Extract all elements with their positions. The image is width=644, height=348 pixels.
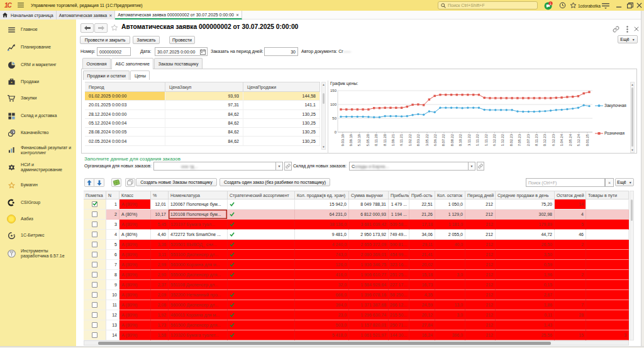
sidebar-item-menu[interactable]: Главное [0, 25, 76, 35]
prices-table-row[interactable]: 05.12.2024 0:00:0484,62130,25 [85, 119, 320, 128]
window-tab-1[interactable]: Автоматическая заявка✕ [57, 11, 116, 20]
sidebar-item-devtools[interactable]: Инструменты разработчика 6.57.1е [0, 248, 76, 259]
sidebar-item-purchases[interactable]: Закупки [0, 94, 76, 104]
main-col-14[interactable]: Товары в пути [586, 191, 629, 199]
get-link-icon[interactable] [613, 26, 619, 33]
current-user[interactable]: 1cdorabotka [578, 4, 601, 8]
cell-mark[interactable] [84, 240, 106, 250]
close-window-icon[interactable] [635, 1, 643, 10]
sidebar-item-gear[interactable]: НСИ и администрирование [0, 162, 76, 172]
prices-table-row[interactable]: 02.05.2024 0:00:0484,62130,25 [85, 137, 320, 145]
chart-scrollbar[interactable]: ▲ ▼ [630, 82, 635, 153]
org-dropdown-icon[interactable]: ▼ [276, 162, 283, 171]
main-table-hscrollbar[interactable] [84, 340, 629, 345]
cell-mark[interactable] [84, 270, 106, 280]
sidebar-item-aabiz[interactable]: Аабиз [0, 214, 76, 224]
move-down-icon[interactable] [94, 178, 104, 187]
main-table-row[interactable]: 12А (80%)1,92460011 Корзина для м...23,0… [84, 310, 629, 320]
sidebar-item-warehouse[interactable]: Склад и доставка [0, 111, 76, 121]
main-col-3[interactable]: % [151, 191, 169, 199]
tab-supplier-orders[interactable]: Заказы поставщику [154, 58, 203, 69]
main-col-4[interactable]: Номенклатура [169, 191, 228, 199]
sidebar-item-bitrix[interactable]: 1С-Битрикс [0, 230, 76, 240]
main-col-9[interactable]: Приб-ость [409, 191, 435, 199]
main-table-row[interactable]: 4А (80%)4,40472272 Tork SmartOne ...9 48… [84, 230, 629, 240]
post-and-close-button[interactable]: Провести и закрыть [80, 36, 130, 44]
cell-mark[interactable] [84, 250, 106, 260]
sidebar-item-planning[interactable]: Планирование [0, 43, 76, 53]
restore-icon[interactable] [625, 1, 635, 10]
history-icon[interactable] [557, 1, 567, 10]
col-price-sell[interactable]: ЦенаПродажи [243, 82, 320, 91]
main-table-row[interactable]: 2А (80%)10,17120108 Полотенце бум...64 2… [84, 210, 629, 220]
prices-table-row[interactable]: 20.01.2025 0:00:0397,31141,1 [85, 101, 320, 109]
cell-mark[interactable] [84, 280, 106, 290]
global-search-input[interactable]: Поиск Ctrl+Shift+F [438, 1, 538, 9]
date-input[interactable]: 30.07.2025 0:00:00 [155, 47, 208, 56]
main-col-13[interactable]: Остаток дней [555, 191, 586, 199]
prices-table-row[interactable]: 28.08.2024 0:00:0584,62130,25 [85, 128, 320, 137]
cell-mark[interactable] [84, 260, 106, 270]
cell-mark[interactable] [84, 199, 106, 210]
create-single-order-button[interactable]: Создать один заказ (без разбивки по пост… [219, 178, 330, 186]
copy-icon[interactable] [125, 178, 135, 187]
warehouse-input[interactable]: Склады и Барна... [349, 162, 469, 171]
subtab-sales-stock[interactable]: Продажи и остатки [83, 70, 130, 80]
cell-mark[interactable] [84, 320, 106, 330]
cell-mark[interactable] [84, 230, 106, 240]
main-col-8[interactable]: Прибыль [389, 191, 409, 199]
number-input[interactable]: 000000002 [97, 47, 131, 56]
sidebar-item-crm[interactable]: CRM и маркетинг [0, 60, 76, 70]
subtab-prices[interactable]: Цены [130, 70, 150, 80]
tab-close-icon[interactable]: ✕ [109, 13, 112, 18]
main-table-vscrollbar[interactable] [630, 191, 634, 340]
main-col-7[interactable]: Сумма выручки [349, 191, 389, 199]
sidebar-item-csigroup[interactable]: CSIGroup [0, 198, 76, 208]
forward-button[interactable] [94, 23, 108, 33]
prices-table-row[interactable]: 01.02.2025 0:00:0093,93144,58 [85, 92, 320, 101]
main-table-row[interactable]: 1А (80%)12,01120067 Полотенце бум...15 9… [84, 199, 629, 210]
minimize-icon[interactable] [614, 1, 624, 10]
create-orders-button[interactable]: Создать новые Заказы поставщику [136, 178, 217, 186]
table-more-button[interactable]: Ещё▼ [615, 178, 634, 186]
main-col-2[interactable]: Класс [119, 191, 151, 199]
service-menu-icon[interactable] [601, 1, 611, 10]
main-table-row[interactable]: 6А (80%)3,11553100 Диспенсер дл...743,02… [84, 250, 629, 260]
prices-table-scrollbar[interactable]: ▲ ▼ [321, 82, 326, 150]
tab-abc-fill[interactable]: АБС заполнение [111, 58, 153, 69]
cell-mark[interactable] [84, 310, 106, 320]
panel-splitter[interactable] [328, 81, 328, 154]
main-table-row[interactable]: 3А (80%)5,45120197 Бумага туал...38 136,… [84, 220, 629, 230]
main-table-row[interactable]: 9А (80%)2,37551108 Диспенсер дл...32,01 … [84, 280, 629, 290]
col-period[interactable]: Период [85, 82, 165, 91]
favorites-star-icon[interactable] [568, 1, 578, 10]
tab-close-icon[interactable]: ✕ [236, 13, 239, 17]
main-col-12[interactable]: Средние продажи в день [496, 191, 555, 199]
warehouse-open-link-icon[interactable] [477, 162, 484, 171]
main-col-10[interactable]: Кол. остаток [435, 191, 465, 199]
main-col-6[interactable]: Кол. продаж(в ед. хран) [295, 191, 349, 199]
main-col-5[interactable]: Стратегический ассортимент [228, 191, 295, 199]
clear-search-icon[interactable]: × [605, 178, 614, 187]
cell-mark[interactable] [84, 290, 106, 300]
calendar-icon[interactable] [200, 49, 206, 55]
post-button[interactable]: Провести [169, 36, 195, 44]
main-table-row[interactable]: 11А (80%)2,06560000 Диспенсер дл...394,0… [84, 300, 629, 310]
more-menu-dots-icon[interactable] [626, 26, 628, 33]
cell-mark[interactable] [84, 220, 106, 230]
table-search-input[interactable]: Поиск (Ctrl+F) [526, 178, 605, 187]
main-table-row[interactable]: 14А (80%)1,58120320 Бумага туалет...5 41… [84, 330, 629, 340]
cell-mark[interactable] [84, 210, 106, 220]
sidebar-item-finance[interactable]: Финансовый результат и контроллинг [0, 145, 76, 155]
tab-main[interactable]: Основная [82, 58, 111, 69]
back-button[interactable] [80, 23, 94, 33]
close-form-icon[interactable] [634, 26, 639, 31]
order-period-input[interactable]: 30 [264, 47, 298, 56]
window-tab-0[interactable]: Начальная страница [0, 11, 57, 20]
window-tab-2[interactable]: Автоматическая заявка 000000002 от 30.07… [115, 11, 242, 20]
main-table-row[interactable]: 8А (80%)2,90555000 Диспенсер для...416,0… [84, 270, 629, 280]
main-menu-icon[interactable] [18, 3, 24, 8]
main-col-11[interactable]: Период дней [465, 191, 496, 199]
main-col-1[interactable]: N [106, 191, 119, 199]
main-table-row[interactable]: 13А (80%)1,73561500 Диспенсер для...503,… [84, 320, 629, 330]
